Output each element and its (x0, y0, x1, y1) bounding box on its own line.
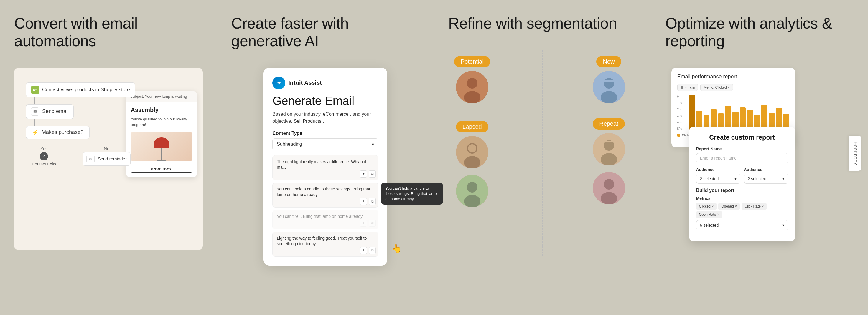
svg-point-12 (601, 91, 617, 103)
metrics-select[interactable]: 6 selected ▾ (696, 220, 788, 230)
svg-point-2 (464, 91, 480, 103)
content-options: The right light really makes a differenc… (272, 155, 378, 257)
option4-copy[interactable]: ⧉ (369, 247, 376, 254)
metrics-chevron: ▾ (782, 223, 784, 228)
option3-add[interactable]: + (360, 220, 367, 227)
option2-actions: + ⧉ (360, 198, 376, 205)
clicked-label: Clicked × (699, 204, 714, 208)
y-40k: 40k (677, 121, 688, 124)
intuit-assist-badge: ✦ Intuit Assist (272, 76, 378, 90)
decision-label: Makes purchase? (41, 129, 84, 135)
potential-segment: Potential (454, 56, 490, 103)
svg-point-16 (601, 153, 617, 166)
repeat-tag: Repeat (593, 118, 625, 130)
email-text: You've qualified to join our loyalty pro… (131, 116, 192, 128)
new-avatar (593, 71, 625, 103)
card-subtitle: Based on your industry, eCommerce , and … (272, 111, 378, 125)
audience-group: Audience 2 selected ▾ Audience 2 selecte… (696, 167, 788, 184)
seg-right-col: New Repeat (593, 56, 625, 204)
custom-report-overlay: Create custom report Report Name Enter a… (689, 127, 795, 241)
y-0: 0 (677, 95, 688, 98)
metrics-label: Metrics (696, 196, 788, 201)
report-toolbar: ⊞ Fill cm Metric: Clicked ▾ (677, 84, 789, 91)
option4-add[interactable]: + (360, 247, 367, 254)
email-body: Assembly You've qualified to join our lo… (126, 102, 197, 177)
report-name-input[interactable]: Enter a report name (696, 153, 788, 163)
fill-icon: ⊞ (681, 85, 683, 90)
exit-label: Contact Exits (32, 162, 56, 166)
y-10k: 10k (677, 101, 688, 105)
content-type-value: Subheading (277, 142, 302, 147)
lamp-base (157, 160, 166, 161)
ai-demo: ✦ Intuit Assist Generate Email Based on … (231, 68, 420, 274)
toolbar-fill-btn[interactable]: ⊞ Fill cm (677, 84, 698, 91)
send-email-label: Send email (42, 108, 69, 114)
svg-point-20 (601, 192, 617, 204)
report-name-label: Report Name (696, 147, 788, 151)
feedback-label: Feedback (852, 142, 858, 165)
generate-email-card: ✦ Intuit Assist Generate Email Based on … (264, 68, 387, 266)
option1-copy[interactable]: ⧉ (369, 170, 376, 177)
content-type-select[interactable]: Subheading ▾ (272, 138, 378, 150)
build-label: Build your report (696, 188, 788, 193)
option1-actions: + ⧉ (360, 170, 376, 177)
fill-label: Fill cm (685, 85, 695, 90)
trigger-node: 🛍 Contact views products in Shopify stor… (26, 82, 135, 97)
email-preview-card: Subject: Your new lamp is waiting Assemb… (126, 91, 197, 177)
svg-point-6 (468, 144, 476, 152)
option2-add[interactable]: + (360, 198, 367, 205)
audience1-select[interactable]: 2 selected ▾ (696, 174, 740, 184)
avatar-4-svg (593, 133, 625, 166)
email-subject: Subject: Your new lamp is waiting (130, 94, 187, 99)
feedback-tab[interactable]: Feedback (849, 136, 861, 171)
report-name-placeholder: Enter a report name (700, 156, 737, 161)
option2-copy[interactable]: ⧉ (369, 198, 376, 205)
dropdown-arrow: ▾ (372, 142, 374, 147)
repeat-segment: Repeat (593, 118, 625, 204)
bar-chart: 50k 40k 30k 20k 10k 0 (677, 95, 789, 131)
content-option-4: Lighting the way to feeling good. Treat … (272, 232, 378, 257)
subtitle-link1[interactable]: eCommerce (323, 112, 349, 116)
connector1 (34, 97, 35, 104)
bar-1 (689, 95, 695, 131)
connector2 (34, 119, 35, 126)
svg-point-9 (464, 195, 480, 207)
intuit-logo: ✦ (272, 76, 285, 90)
audience1-col: Audience 2 selected ▾ (696, 167, 740, 184)
metric-chevron: ▾ (728, 85, 730, 90)
audience2-select[interactable]: 2 selected ▾ (744, 174, 788, 184)
svg-point-5 (464, 156, 480, 168)
y-30k: 30k (677, 114, 688, 117)
lapsed-avatar2 (456, 175, 488, 207)
avatar-5-svg (456, 175, 488, 207)
audience1-label: Audience (696, 167, 740, 172)
lapsed-segment: Lapsed (454, 121, 490, 207)
clickrate-label: Click Rate × (744, 204, 764, 208)
yes-branch: Yes ✓ Contact Exits (32, 139, 56, 166)
option3-copy[interactable]: ⧉ (369, 220, 376, 227)
potential-avatar (456, 71, 488, 103)
opened-label: Opened × (721, 204, 737, 208)
no-branch: No ✉ Send reminder (83, 139, 130, 166)
shopify-icon: 🛍 (31, 86, 39, 94)
audience1-value: 2 selected (700, 176, 719, 181)
shop-button[interactable]: SHOP NOW (131, 165, 192, 173)
analytics-demo: Email performance report ⊞ Fill cm Metri… (665, 68, 854, 274)
panel4-title: Optimize with analytics & reporting (665, 15, 854, 50)
overlay-title: Create custom report (696, 134, 788, 141)
potential-tag: Potential (454, 56, 490, 67)
reminder-node: ✉ Send reminder (83, 152, 130, 166)
report-name-group: Report Name Enter a report name (696, 147, 788, 163)
subtitle-end: . (323, 119, 324, 124)
option4-actions: + ⧉ (360, 247, 376, 254)
subtitle-link2[interactable]: Sell Products (293, 119, 321, 124)
audience1-chevron: ▾ (735, 176, 737, 181)
metric-tag-openrate: Open Rate × (696, 211, 722, 218)
option1-add[interactable]: + (360, 170, 367, 177)
avatar-2-svg (593, 71, 625, 103)
content-type-label: Content Type (272, 131, 378, 136)
report-card-title: Email performance report (677, 74, 789, 80)
email-header: Subject: Your new lamp is waiting (126, 91, 197, 102)
metric-select[interactable]: Metric: Clicked ▾ (700, 84, 733, 91)
lapsed-avatar (456, 136, 488, 168)
